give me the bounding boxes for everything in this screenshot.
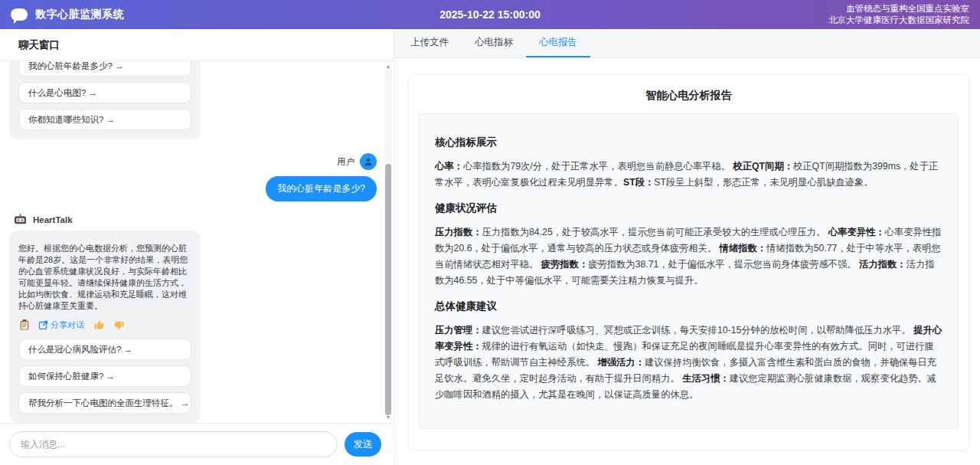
section-paragraph: 心率：心率指数为79次/分，处于正常水平，表明您当前静息心率平稳。 校正QT间期… — [435, 159, 942, 191]
scrollbar-thumb[interactable] — [385, 164, 391, 415]
metric-term: 情绪指数： — [720, 243, 766, 254]
bot-row: HeartTalk — [9, 214, 378, 225]
metric-term: 压力管理： — [435, 325, 482, 336]
section-paragraph: 压力指数：压力指数为84.25，处于较高水平，提示您当前可能正承受较大的生理或心… — [435, 224, 942, 289]
chat-header: 聊天窗口 — [0, 29, 394, 61]
bot-suggestions-bottom: 什么是冠心病风险评估? →如何保持心脏健康? →帮我分析一下心电图的全面生理特征… — [18, 339, 191, 414]
robot-avatar-icon — [14, 214, 27, 225]
bot-name: HeartTalk — [33, 215, 73, 224]
section-heading: 核心指标展示 — [435, 136, 942, 149]
suggestion-button[interactable]: 我的心脏年龄是多少? → — [18, 61, 191, 77]
suggestion-button[interactable]: 如何保持心脏健康? → — [18, 365, 191, 387]
user-row: 用户 — [9, 153, 378, 170]
metric-term: 压力指数： — [435, 227, 482, 237]
scroll-down-icon[interactable]: ▼ — [384, 414, 392, 421]
metric-term: 活力指数： — [859, 259, 906, 270]
metric-text: 建议您尝试进行深呼吸练习、冥想或正念训练，每天安排10-15分钟的放松时间，以帮… — [482, 325, 913, 336]
tab-心电报告[interactable]: 心电报告 — [526, 29, 590, 57]
report-content: 核心指标展示心率：心率指数为79次/分，处于正常水平，表明您当前静息心率平稳。 … — [419, 113, 959, 429]
share-icon — [39, 320, 48, 329]
chat-bubble-icon — [11, 8, 28, 21]
suggestion-button[interactable]: 你都知道哪些知识? → — [18, 109, 191, 130]
org-line-2: 北京大学健康医疗大数据国家研究院 — [828, 15, 969, 26]
user-message-bubble: 我的心脏年龄是多少? — [266, 176, 377, 201]
tab-bar: 上传文件心电指标心电报告 — [394, 29, 980, 58]
share-label: 分享对话 — [51, 319, 84, 331]
section-paragraph: 压力管理：建议您尝试进行深呼吸练习、冥想或正念训练，每天安排10-15分钟的放松… — [435, 323, 942, 403]
metric-term: 疲劳指数： — [541, 259, 588, 270]
chat-title: 聊天窗口 — [18, 38, 60, 52]
metric-term: 增强活力： — [597, 357, 644, 368]
bot-suggestions-top: 我的心脏年龄是多少? →什么是心电图? →你都知道哪些知识? → — [9, 61, 201, 139]
send-button[interactable]: 发送 — [345, 432, 381, 457]
share-conversation-button[interactable]: 分享对话 — [39, 319, 84, 331]
metric-term: 生活习惯： — [682, 373, 729, 384]
user-label: 用户 — [337, 156, 354, 168]
metric-term: 心率： — [435, 161, 463, 172]
thumb-up-icon[interactable] — [94, 320, 104, 330]
message-actions: 分享对话 — [18, 318, 191, 332]
header-organization: 血管稳态与重构全国重点实验室 北京大学健康医疗大数据国家研究院 — [828, 3, 969, 26]
app-title: 数字心脏监测系统 — [35, 8, 124, 21]
metric-term: 心率变异性： — [828, 227, 885, 237]
chat-messages: 我的心脏年龄是多少? →什么是心电图? →你都知道哪些知识? → 用户 我的心脏… — [0, 61, 394, 423]
message-input[interactable] — [9, 431, 338, 457]
thumb-down-icon[interactable] — [114, 320, 124, 330]
section-heading: 总体健康建议 — [435, 300, 942, 313]
metric-term: ST段： — [623, 177, 654, 188]
tab-上传文件[interactable]: 上传文件 — [397, 29, 462, 57]
suggestion-button[interactable]: 什么是心电图? → — [18, 82, 191, 103]
bot-message-text: 您好。根据您的心电数据分析，您预测的心脏年龄是28岁。这是一个非常好的结果，表明… — [18, 243, 191, 312]
right-panel: 上传文件心电指标心电报告 智能心电分析报告 核心指标展示心率：心率指数为79次/… — [394, 29, 980, 465]
metric-text: 压力指数为84.25，处于较高水平，提示您当前可能正承受较大的生理或心理压力。 — [482, 227, 828, 237]
suggestion-button[interactable]: 帮我分析一下心电图的全面生理特征。 → — [18, 392, 191, 414]
clipboard-icon[interactable] — [20, 319, 29, 330]
user-avatar — [360, 153, 377, 170]
app-header: 数字心脏监测系统 2025-10-22 15:00:00 血管稳态与重构全国重点… — [0, 0, 980, 29]
report-card: 智能心电分析报告 核心指标展示心率：心率指数为79次/分，处于正常水平，表明您当… — [408, 74, 969, 450]
chat-panel: 聊天窗口 我的心脏年龄是多少? →什么是心电图? →你都知道哪些知识? → 用户… — [0, 29, 394, 465]
metric-text: ST段呈上斜型，形态正常，未见明显心肌缺血迹象。 — [654, 177, 873, 188]
chat-scrollbar[interactable]: ▲ ▼ — [384, 63, 392, 421]
metric-text: 疲劳指数为38.71，处于偏低水平，提示您当前身体疲劳感不强。 — [588, 259, 859, 270]
metric-text: 心率指数为79次/分，处于正常水平，表明您当前静息心率平稳。 — [463, 161, 733, 172]
metric-term: 校正QT间期： — [733, 161, 793, 172]
section-heading: 健康状况评估 — [435, 201, 942, 215]
report-title: 智能心电分析报告 — [419, 89, 959, 103]
header-datetime: 2025-10-22 15:00:00 — [439, 8, 541, 21]
chat-input-bar: 发送 — [0, 423, 394, 465]
scroll-up-icon[interactable]: ▲ — [384, 63, 392, 70]
tab-心电指标[interactable]: 心电指标 — [462, 29, 526, 57]
suggestion-button[interactable]: 什么是冠心病风险评估? → — [18, 339, 191, 360]
report-area: 智能心电分析报告 核心指标展示心率：心率指数为79次/分，处于正常水平，表明您当… — [394, 58, 980, 465]
org-line-1: 血管稳态与重构全国重点实验室 — [828, 3, 969, 15]
bot-message-block: 您好。根据您的心电数据分析，您预测的心脏年龄是28岁。这是一个非常好的结果，表明… — [9, 231, 201, 423]
